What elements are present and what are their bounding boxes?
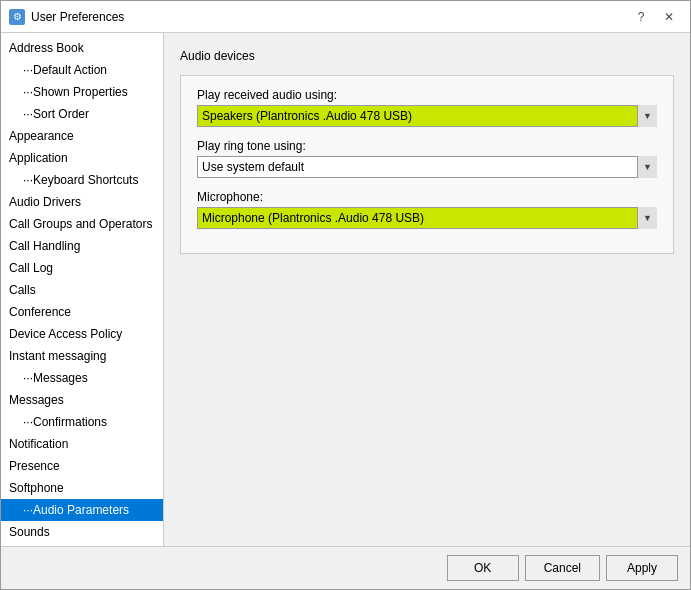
form-group-play-ringtone: Play ring tone using:Use system defaultS… — [197, 139, 657, 178]
sidebar-item-notification[interactable]: Notification — [1, 433, 163, 455]
sidebar-item-call-log[interactable]: Call Log — [1, 257, 163, 279]
sidebar-item-confirmations[interactable]: ···Confirmations — [1, 411, 163, 433]
sidebar-item-messages-child[interactable]: ···Messages — [1, 367, 163, 389]
select-play-ringtone[interactable]: Use system defaultSpeakers (Plantronics … — [197, 156, 657, 178]
select-wrapper-play-received: Speakers (Plantronics .Audio 478 USB)Use… — [197, 105, 657, 127]
sidebar-item-softphone[interactable]: Softphone — [1, 477, 163, 499]
sidebar-item-sounds[interactable]: Sounds — [1, 521, 163, 543]
select-microphone[interactable]: Microphone (Plantronics .Audio 478 USB)U… — [197, 207, 657, 229]
sidebar-item-default-action[interactable]: ···Default Action — [1, 59, 163, 81]
cancel-button[interactable]: Cancel — [525, 555, 600, 581]
apply-button[interactable]: Apply — [606, 555, 678, 581]
sidebar-item-shown-properties[interactable]: ···Shown Properties — [1, 81, 163, 103]
sidebar-item-call-handling[interactable]: Call Handling — [1, 235, 163, 257]
section-title: Audio devices — [180, 49, 674, 63]
sidebar-item-sort-order[interactable]: ···Sort Order — [1, 103, 163, 125]
sidebar-item-calls[interactable]: Calls — [1, 279, 163, 301]
select-play-received[interactable]: Speakers (Plantronics .Audio 478 USB)Use… — [197, 105, 657, 127]
form-group-play-received: Play received audio using:Speakers (Plan… — [197, 88, 657, 127]
help-button[interactable]: ? — [628, 7, 654, 27]
user-preferences-window: ⚙ User Preferences ? ✕ Address Book···De… — [0, 0, 691, 590]
title-bar-controls: ? ✕ — [628, 7, 682, 27]
title-bar-left: ⚙ User Preferences — [9, 9, 124, 25]
form-group-microphone: Microphone:Microphone (Plantronics .Audi… — [197, 190, 657, 229]
sidebar: Address Book···Default Action···Shown Pr… — [1, 33, 164, 546]
sidebar-item-application[interactable]: Application — [1, 147, 163, 169]
close-button[interactable]: ✕ — [656, 7, 682, 27]
label-play-ringtone: Play ring tone using: — [197, 139, 657, 153]
ok-button[interactable]: OK — [447, 555, 519, 581]
app-icon: ⚙ — [9, 9, 25, 25]
sidebar-item-device-access-policy[interactable]: Device Access Policy — [1, 323, 163, 345]
sidebar-item-messages[interactable]: Messages — [1, 389, 163, 411]
sidebar-item-appearance[interactable]: Appearance — [1, 125, 163, 147]
sidebar-item-keyboard-shortcuts[interactable]: ···Keyboard Shortcuts — [1, 169, 163, 191]
title-bar: ⚙ User Preferences ? ✕ — [1, 1, 690, 33]
window-title: User Preferences — [31, 10, 124, 24]
select-wrapper-play-ringtone: Use system defaultSpeakers (Plantronics … — [197, 156, 657, 178]
select-wrapper-microphone: Microphone (Plantronics .Audio 478 USB)U… — [197, 207, 657, 229]
sidebar-item-audio-drivers[interactable]: Audio Drivers — [1, 191, 163, 213]
sidebar-item-address-book[interactable]: Address Book — [1, 37, 163, 59]
sidebar-item-instant-messaging[interactable]: Instant messaging — [1, 345, 163, 367]
sidebar-item-conference[interactable]: Conference — [1, 301, 163, 323]
label-microphone: Microphone: — [197, 190, 657, 204]
content-area: Address Book···Default Action···Shown Pr… — [1, 33, 690, 546]
label-play-received: Play received audio using: — [197, 88, 657, 102]
footer: OK Cancel Apply — [1, 546, 690, 589]
sidebar-item-audio-parameters[interactable]: ···Audio Parameters — [1, 499, 163, 521]
main-panel: Audio devices Play received audio using:… — [164, 33, 690, 546]
sidebar-item-presence[interactable]: Presence — [1, 455, 163, 477]
sidebar-item-call-groups-operators[interactable]: Call Groups and Operators — [1, 213, 163, 235]
audio-devices-box: Play received audio using:Speakers (Plan… — [180, 75, 674, 254]
